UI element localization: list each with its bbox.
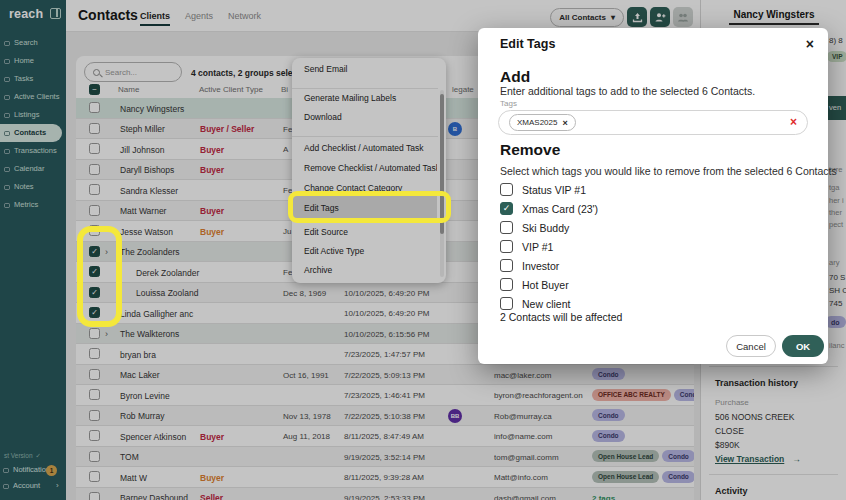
- tags-input[interactable]: XMAS2025 × ×: [498, 110, 808, 135]
- app-root: reach SearchHomeTasksActive ClientsListi…: [0, 0, 846, 500]
- close-icon[interactable]: ×: [806, 36, 814, 52]
- remove-tag-label: New client: [522, 298, 570, 310]
- ok-button[interactable]: OK: [782, 335, 824, 357]
- remove-tag-label: Ski Buddy: [522, 222, 569, 234]
- remove-tag-option-status-vip-1[interactable]: Status VIP #1: [500, 180, 598, 199]
- add-section-heading: Add: [500, 68, 530, 86]
- checkbox-checked[interactable]: ✓: [500, 202, 513, 215]
- remove-tag-option-xmas-card-23[interactable]: ✓Xmas Card (23'): [500, 199, 598, 218]
- remove-tag-label: Investor: [522, 260, 559, 272]
- tag-chip[interactable]: XMAS2025 ×: [509, 114, 576, 131]
- add-section-description: Enter additional tags to add to the sele…: [500, 85, 755, 97]
- remove-tag-label: Status VIP #1: [522, 184, 586, 196]
- tag-chip-label: XMAS2025: [517, 118, 557, 127]
- remove-tags-list: Status VIP #1✓Xmas Card (23')Ski BuddyVI…: [500, 180, 598, 313]
- cancel-button[interactable]: Cancel: [726, 335, 776, 357]
- checkbox[interactable]: [500, 221, 513, 234]
- checkbox[interactable]: [500, 259, 513, 272]
- remove-section-heading: Remove: [500, 141, 560, 159]
- affected-contacts-note: 2 Contacts will be affected: [500, 311, 622, 323]
- remove-tag-label: VIP #1: [522, 241, 553, 253]
- checkbox[interactable]: [500, 183, 513, 196]
- tag-chip-remove-icon[interactable]: ×: [562, 118, 567, 128]
- remove-tag-option-vip-1[interactable]: VIP #1: [500, 237, 598, 256]
- checkbox[interactable]: [500, 278, 513, 291]
- remove-tag-option-hot-buyer[interactable]: Hot Buyer: [500, 275, 598, 294]
- remove-tag-option-investor[interactable]: Investor: [500, 256, 598, 275]
- remove-tag-option-ski-buddy[interactable]: Ski Buddy: [500, 218, 598, 237]
- modal-title: Edit Tags: [500, 37, 555, 51]
- tags-input-label: Tags: [500, 99, 517, 108]
- edit-tags-modal: × Edit Tags Add Enter additional tags to…: [478, 28, 828, 364]
- checkbox[interactable]: [500, 240, 513, 253]
- remove-tag-label: Xmas Card (23'): [522, 203, 598, 215]
- remove-section-description: Select which tags you would like to remo…: [500, 165, 837, 177]
- checkbox[interactable]: [500, 297, 513, 310]
- remove-tag-label: Hot Buyer: [522, 279, 569, 291]
- clear-tags-icon[interactable]: ×: [790, 115, 797, 129]
